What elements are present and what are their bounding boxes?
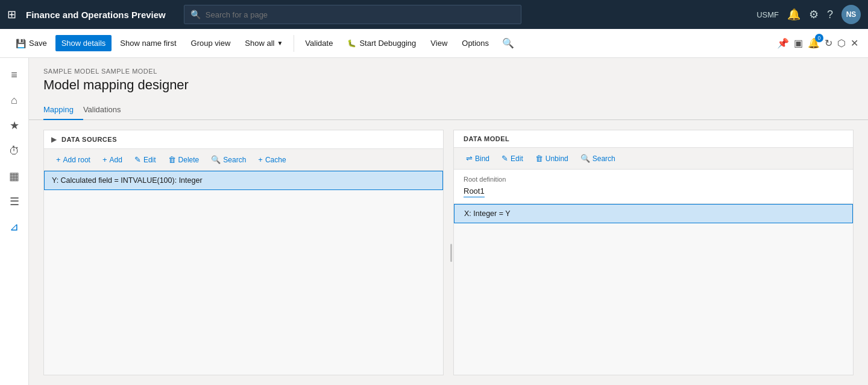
breadcrumb: SAMPLE MODEL SAMPLE MODEL (43, 68, 854, 75)
add-icon: + (102, 155, 107, 164)
sidebar-workspace-icon[interactable]: ▦ (4, 165, 25, 187)
search-icon: 🔍 (190, 10, 201, 19)
tab-mapping[interactable]: Mapping (43, 100, 83, 120)
toolbar-divider-1 (294, 35, 294, 52)
refresh-icon[interactable]: ↻ (825, 37, 832, 49)
toolbar-right-icons: 📌 ▣ 🔔 0 ↻ ⬡ ✕ (777, 37, 858, 49)
grid-icon[interactable]: ⊞ (7, 8, 16, 21)
sidebar-home-icon[interactable]: ⌂ (4, 89, 25, 111)
page-title: Model mapping designer (43, 77, 854, 93)
data-model-header: DATA MODEL (454, 130, 853, 148)
divider-bar (450, 244, 452, 262)
expand-icon[interactable]: ▣ (794, 37, 803, 49)
toolbar-search-icon[interactable]: 🔍 (502, 37, 514, 49)
global-search-box[interactable]: 🔍 (184, 5, 521, 24)
bind-button[interactable]: ⇌ Bind (461, 151, 494, 165)
show-details-button[interactable]: Show details (55, 35, 112, 51)
left-sidebar: ≡ ⌂ ★ ⏱ ▦ ☰ ⊿ (0, 58, 29, 385)
pin-icon[interactable]: 📌 (777, 37, 789, 49)
data-sources-list: Y: Calculated field = INTVALUE(100): Int… (44, 171, 443, 375)
main-toolbar: 💾 Save Show details Show name first Grou… (0, 29, 868, 58)
sidebar-recent-icon[interactable]: ⏱ (4, 140, 25, 162)
sidebar-filter-icon[interactable]: ⊿ (4, 216, 25, 238)
panel-resize-handle[interactable] (448, 130, 453, 375)
data-sources-title: DATA SOURCES (61, 136, 117, 143)
cache-icon: + (258, 155, 263, 164)
view-button[interactable]: View (424, 35, 453, 51)
bind-icon: ⇌ (466, 154, 473, 163)
dm-edit-button[interactable]: ✎ Edit (497, 151, 528, 165)
add-root-button[interactable]: + Add root (51, 153, 95, 167)
unbind-icon: 🗑 (535, 154, 543, 163)
main-layout: ≡ ⌂ ★ ⏱ ▦ ☰ ⊿ SAMPLE MODEL SAMPLE MODEL … (0, 58, 868, 385)
content-area: SAMPLE MODEL SAMPLE MODEL Model mapping … (29, 58, 868, 385)
notification-badge[interactable]: 🔔 0 (808, 37, 820, 49)
save-button[interactable]: 💾 Save (10, 35, 53, 52)
app-title: Finance and Operations Preview (26, 10, 166, 20)
root-definition-section: Root definition Root1 (454, 170, 853, 204)
data-model-title: DATA MODEL (464, 135, 843, 142)
chevron-down-icon: ▼ (277, 40, 283, 46)
start-debugging-button[interactable]: 🐛 Start Debugging (341, 35, 422, 51)
show-name-first-button[interactable]: Show name first (114, 35, 182, 51)
settings-icon[interactable]: ⚙ (809, 8, 819, 21)
close-icon[interactable]: ✕ (851, 37, 858, 49)
delete-button[interactable]: 🗑 Delete (163, 153, 204, 167)
unbind-button[interactable]: 🗑 Unbind (530, 151, 573, 165)
validate-button[interactable]: Validate (299, 35, 339, 51)
delete-icon: 🗑 (168, 155, 176, 164)
tab-bar: Mapping Validations (29, 100, 868, 120)
show-all-button[interactable]: Show all ▼ (239, 35, 289, 51)
table-row[interactable]: X: Integer = Y (454, 204, 853, 223)
data-model-list: X: Integer = Y (454, 204, 853, 375)
search-button[interactable]: 🔍 Search (206, 153, 251, 167)
dm-edit-icon: ✎ (502, 154, 508, 163)
sidebar-favorites-icon[interactable]: ★ (4, 115, 25, 136)
collapse-icon[interactable]: ▶ (51, 135, 57, 144)
data-sources-header: ▶ DATA SOURCES (44, 130, 443, 149)
save-icon: 💾 (16, 39, 26, 48)
search-input[interactable] (206, 10, 515, 19)
data-sources-panel: ▶ DATA SOURCES + Add root + Add ✎ Edit (43, 130, 444, 375)
group-view-button[interactable]: Group view (185, 35, 237, 51)
add-root-icon: + (56, 155, 61, 164)
options-button[interactable]: Options (456, 35, 495, 51)
avatar[interactable]: NS (841, 5, 861, 24)
nav-right-area: USMF 🔔 ⚙ ? NS (756, 5, 861, 24)
search-btn-icon: 🔍 (211, 155, 221, 164)
cache-button[interactable]: + Cache (253, 153, 291, 167)
tab-validations[interactable]: Validations (83, 100, 131, 120)
notification-icon[interactable]: 🔔 (787, 8, 800, 21)
popout-icon[interactable]: ⬡ (837, 37, 846, 49)
root-definition-label: Root definition (464, 176, 843, 183)
dm-search-button[interactable]: 🔍 Search (576, 151, 620, 165)
sidebar-hamburger-icon[interactable]: ≡ (4, 64, 25, 86)
top-nav-bar: ⊞ Finance and Operations Preview 🔍 USMF … (0, 0, 868, 29)
table-row[interactable]: Y: Calculated field = INTVALUE(100): Int… (44, 171, 443, 190)
root-definition-value[interactable]: Root1 (464, 186, 485, 197)
dm-search-icon: 🔍 (580, 154, 590, 163)
sidebar-list-icon[interactable]: ☰ (4, 191, 25, 212)
edit-button[interactable]: ✎ Edit (130, 153, 161, 167)
badge-count: 0 (815, 34, 823, 42)
help-icon[interactable]: ? (827, 8, 833, 21)
add-button[interactable]: + Add (98, 153, 127, 167)
edit-icon: ✎ (134, 155, 141, 164)
debug-icon: 🐛 (347, 39, 356, 48)
page-header: SAMPLE MODEL SAMPLE MODEL Model mapping … (29, 58, 868, 100)
data-model-panel: DATA MODEL ⇌ Bind ✎ Edit 🗑 Unbind (453, 130, 854, 375)
org-label: USMF (756, 10, 779, 19)
data-model-toolbar: ⇌ Bind ✎ Edit 🗑 Unbind 🔍 Search (454, 148, 853, 170)
data-sources-toolbar: + Add root + Add ✎ Edit 🗑 Delete (44, 149, 443, 171)
mapping-content: ▶ DATA SOURCES + Add root + Add ✎ Edit (29, 120, 868, 385)
